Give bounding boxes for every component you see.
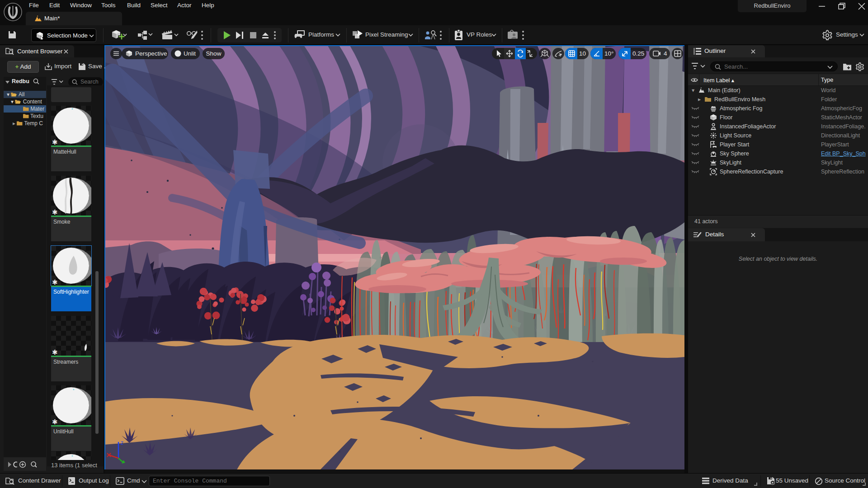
svg-text:z: z — [121, 440, 123, 446]
